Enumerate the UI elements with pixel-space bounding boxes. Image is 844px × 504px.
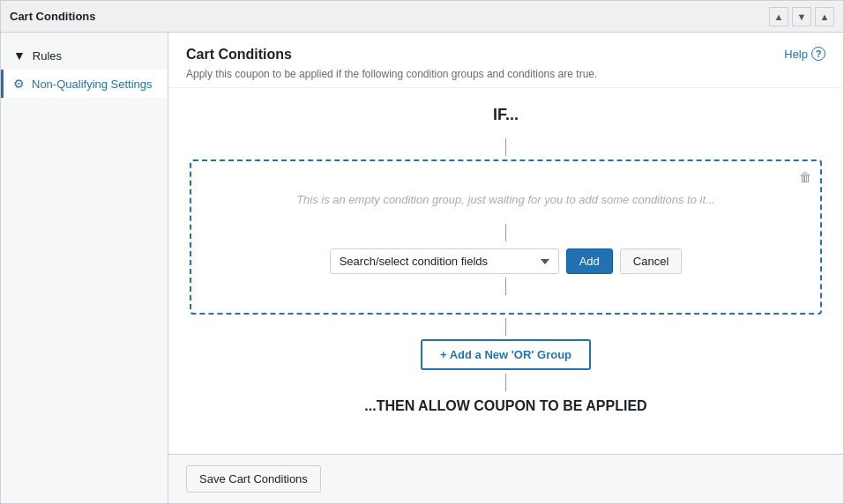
page-description: Apply this coupon to be applied if the f…	[186, 68, 597, 80]
add-condition-row: Search/select condition fields Add Cance…	[205, 248, 806, 274]
main-body: IF... 🗑 This is an empty condition group…	[168, 88, 843, 454]
move-up-button[interactable]: ▲	[769, 7, 788, 26]
add-group-button[interactable]: + Add a New 'OR' Group	[421, 339, 591, 370]
main-footer: Save Cart Conditions	[168, 454, 843, 503]
condition-select[interactable]: Search/select condition fields	[330, 248, 559, 274]
connector-mid	[186, 318, 825, 336]
collapse-button[interactable]: ▲	[815, 7, 834, 26]
help-label: Help	[784, 48, 808, 61]
sidebar-item-rules[interactable]: ▼ Rules	[1, 41, 168, 70]
condition-group: 🗑 This is an empty condition group, just…	[190, 159, 822, 315]
if-label: IF...	[186, 106, 825, 124]
window-controls: ▲ ▼ ▲	[769, 7, 834, 26]
sidebar-item-non-qualifying-label: Non-Qualifying Settings	[32, 78, 153, 91]
help-link[interactable]: Help ?	[784, 47, 825, 61]
connector-bottom	[186, 374, 825, 391]
move-down-button[interactable]: ▼	[792, 7, 811, 26]
cancel-condition-button[interactable]: Cancel	[620, 248, 682, 274]
inner-connector-bottom	[205, 278, 806, 295]
settings-icon: ⚙	[13, 77, 25, 91]
sidebar: ▼ Rules ⚙ Non-Qualifying Settings	[1, 33, 168, 503]
empty-group-text: This is an empty condition group, just w…	[205, 175, 806, 220]
add-group-container: + Add a New 'OR' Group	[186, 339, 825, 370]
connector-top	[186, 138, 825, 156]
sidebar-item-non-qualifying[interactable]: ⚙ Non-Qualifying Settings	[1, 70, 168, 98]
sidebar-item-rules-label: Rules	[33, 49, 62, 63]
delete-group-button[interactable]: 🗑	[799, 170, 811, 184]
add-condition-button[interactable]: Add	[566, 248, 613, 274]
content-area: ▼ Rules ⚙ Non-Qualifying Settings Cart C…	[1, 33, 843, 503]
main-header: Cart Conditions Apply this coupon to be …	[168, 33, 843, 88]
header-left: Cart Conditions Apply this coupon to be …	[186, 47, 597, 80]
save-cart-conditions-button[interactable]: Save Cart Conditions	[186, 465, 321, 493]
inner-connector-top	[205, 224, 806, 241]
rules-icon: ▼	[13, 48, 26, 63]
help-icon: ?	[811, 47, 825, 61]
then-label: ...THEN ALLOW COUPON TO BE APPLIED	[186, 398, 825, 414]
app-window: Cart Conditions ▲ ▼ ▲ ▼ Rules ⚙ Non-Qual…	[0, 0, 844, 504]
page-title: Cart Conditions	[186, 47, 597, 63]
window-title: Cart Conditions	[10, 10, 96, 23]
title-bar: Cart Conditions ▲ ▼ ▲	[1, 1, 843, 33]
main-panel: Cart Conditions Apply this coupon to be …	[168, 33, 843, 503]
